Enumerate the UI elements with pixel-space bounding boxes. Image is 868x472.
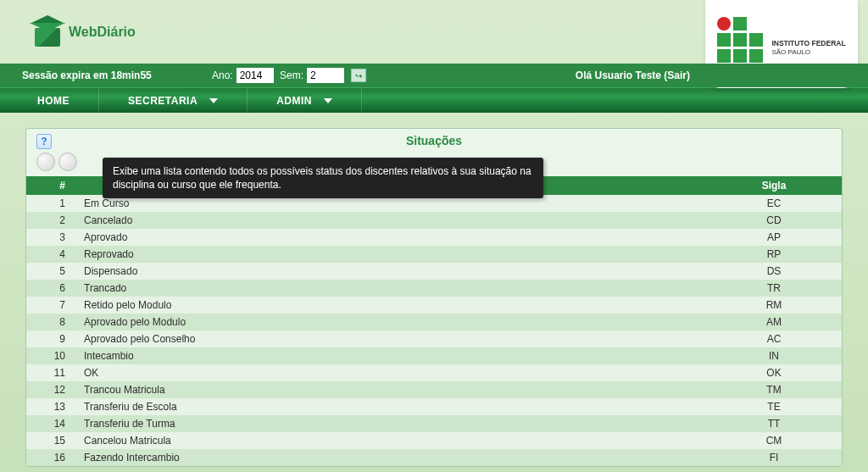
table-row[interactable]: 2CanceladoCD (26, 212, 842, 229)
table-row[interactable]: 9Aprovado pelo ConselhoAC (26, 330, 842, 347)
cell-sigla: TR (706, 280, 842, 297)
period-submit-button[interactable]: ↪ (351, 69, 366, 82)
cell-sigla: TT (706, 415, 842, 432)
cell-sigla: AP (706, 229, 842, 246)
help-icon[interactable]: ? (36, 134, 52, 149)
cell-num: 7 (26, 297, 77, 314)
cell-nome: Intecambio (77, 347, 706, 364)
cell-sigla: CD (706, 212, 842, 229)
cell-nome: Fazendo Intercambio (77, 449, 706, 466)
period-form: Ano: Sem: ↪ (212, 68, 366, 83)
table-row[interactable]: 16Fazendo IntercambioFI (26, 449, 842, 466)
cell-sigla: IN (706, 347, 842, 364)
cell-sigla: DS (706, 263, 842, 280)
cell-nome: Cancelado (77, 212, 706, 229)
cell-num: 15 (26, 432, 77, 449)
ano-label: Ano: (212, 69, 233, 81)
cell-num: 14 (26, 415, 77, 432)
table-row[interactable]: 15Cancelou MatriculaCM (26, 432, 842, 449)
sem-label: Sem: (280, 69, 303, 81)
table-row[interactable]: 7Retido pelo ModuloRM (26, 297, 842, 314)
cell-num: 10 (26, 347, 77, 364)
ano-input[interactable] (236, 68, 274, 83)
cell-sigla: FI (706, 449, 842, 466)
nav-secretaria-label: SECRETARIA (128, 95, 198, 107)
cell-nome: Dispensado (77, 263, 706, 280)
cell-num: 13 (26, 398, 77, 415)
table-row[interactable]: 4ReprovadoRP (26, 246, 842, 263)
table-row[interactable]: 14Transferiu de TurmaTT (26, 415, 842, 432)
cell-nome: Transferiu de Escola (77, 398, 706, 415)
cell-sigla: RP (706, 246, 842, 263)
cell-sigla: RM (706, 297, 842, 314)
chevron-down-icon (209, 98, 218, 103)
cell-nome: Trancado (77, 280, 706, 297)
cell-nome: Transferiu de Turma (77, 415, 706, 432)
table-row[interactable]: 8Aprovado pelo ModuloAM (26, 314, 842, 330)
cell-sigla: AC (706, 330, 842, 347)
chevron-down-icon (324, 98, 332, 103)
nav-home-label: HOME (37, 95, 70, 107)
main-nav: HOME SECRETARIA ADMIN (0, 87, 868, 113)
cell-num: 12 (26, 381, 77, 398)
page-title: Situações (406, 134, 462, 147)
nav-admin[interactable]: ADMIN (248, 88, 362, 113)
logout-link[interactable]: Sair (667, 69, 687, 81)
session-bar: Sessão expira em 18min55 Ano: Sem: ↪ Olá… (0, 64, 868, 87)
user-greeting: Olá Usuario Teste (Sair) (576, 69, 690, 81)
cell-num: 3 (26, 229, 77, 246)
table-row[interactable]: 3AprovadoAP (26, 229, 842, 246)
cell-num: 8 (26, 314, 77, 330)
header: WebDiário INSTITUTO FEDERAL SÃO PAULO (0, 0, 868, 64)
cell-nome: Cancelou Matricula (77, 432, 706, 449)
cell-nome: Retido pelo Modulo (77, 297, 706, 314)
cell-nome: Aprovado pelo Conselho (77, 330, 706, 347)
toolbar-button-2[interactable] (58, 153, 77, 171)
table-row[interactable]: 5DispensadoDS (26, 263, 842, 280)
cell-num: 2 (26, 212, 77, 229)
cell-sigla: TE (706, 398, 842, 415)
institution-text: INSTITUTO FEDERAL SÃO PAULO (771, 39, 845, 56)
cell-nome: OK (77, 364, 706, 381)
cell-num: 4 (26, 246, 77, 263)
nav-secretaria[interactable]: SECRETARIA (99, 88, 248, 113)
cell-num: 16 (26, 449, 77, 466)
cell-nome: Trancou Matricula (77, 381, 706, 398)
cell-nome: Reprovado (77, 246, 706, 263)
col-header-num[interactable]: # (26, 176, 77, 195)
table-row[interactable]: 6TrancadoTR (26, 280, 842, 297)
cell-num: 5 (26, 263, 77, 280)
cell-sigla: AM (706, 314, 842, 330)
sem-input[interactable] (307, 68, 344, 83)
table-row[interactable]: 13Transferiu de EscolaTE (26, 398, 842, 415)
nav-admin-label: ADMIN (276, 95, 312, 107)
brand-name: WebDiário (69, 25, 136, 40)
table-row[interactable]: 12Trancou MatriculaTM (26, 381, 842, 398)
nav-home[interactable]: HOME (0, 88, 99, 113)
cell-nome: Aprovado pelo Modulo (77, 314, 706, 330)
brand-logo-icon (30, 15, 65, 49)
cell-sigla: TM (706, 381, 842, 398)
cell-num: 6 (26, 280, 77, 297)
situacoes-table: # Sigla 1Em CursoEC2CanceladoCD3Aprovado… (26, 176, 842, 466)
cell-sigla: EC (706, 195, 842, 212)
cell-sigla: OK (706, 364, 842, 381)
cell-nome: Aprovado (77, 229, 706, 246)
cell-num: 9 (26, 330, 77, 347)
toolbar-button-1[interactable] (36, 153, 55, 171)
table-row[interactable]: 10IntecambioIN (26, 347, 842, 364)
cell-num: 11 (26, 364, 77, 381)
table-row[interactable]: 11OKOK (26, 364, 842, 381)
help-tooltip: Exibe uma lista contendo todos os possív… (103, 158, 543, 198)
cell-num: 1 (26, 195, 77, 212)
session-expiry: Sessão expira em 18min55 (22, 69, 152, 81)
cell-sigla: CM (706, 432, 842, 449)
content-panel: ? Situações Exibe uma lista contendo tod… (25, 128, 843, 467)
col-header-sigla[interactable]: Sigla (706, 176, 842, 195)
